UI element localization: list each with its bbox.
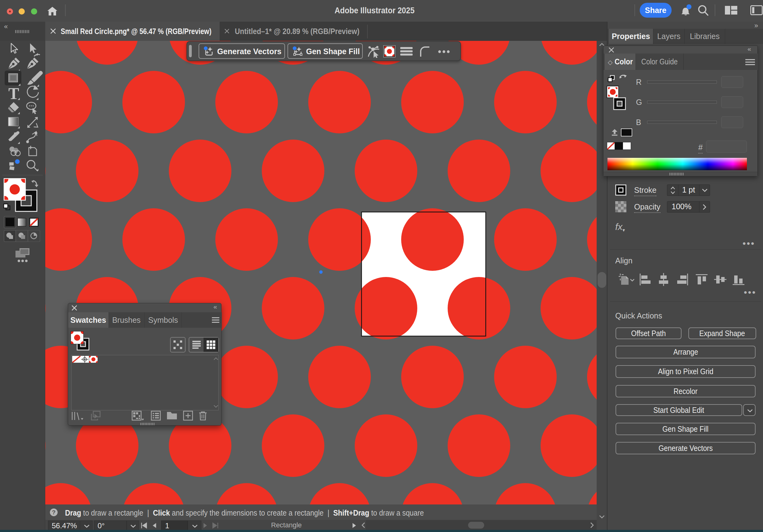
svg-text:T: T: [8, 85, 19, 102]
